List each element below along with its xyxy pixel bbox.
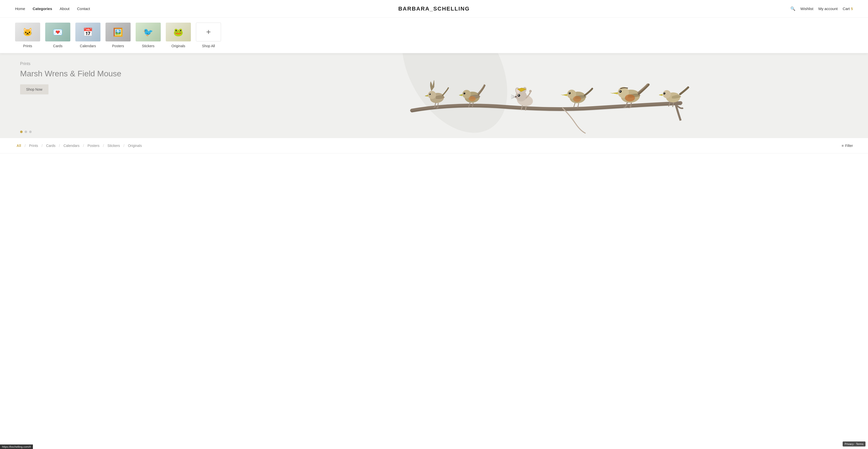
shop-now-button[interactable]: Shop Now [20,84,49,94]
category-item-posters[interactable]: 🖼️ Posters [105,23,131,48]
category-label-shopall: Shop All [202,44,215,48]
filter-separator: / [42,143,43,148]
svg-point-46 [664,93,664,94]
filter-cat-prints[interactable]: Prints [28,143,40,148]
category-thumb-cards: 💌 [45,23,70,41]
category-thumb-shopall: + [196,23,221,41]
filter-separator: / [103,143,104,148]
carousel-dots [20,131,32,133]
filter-separator: / [25,143,26,148]
cart-badge: 5 [850,6,853,11]
filter-icon: ≡ [842,143,844,148]
svg-point-20 [518,95,519,96]
category-thumb-originals: 🐸 [166,23,191,41]
header: HomeCategoriesAboutContact BARBARA_SCHEL… [0,0,868,18]
nav-item-categories[interactable]: Categories [33,6,52,11]
nav-item-account[interactable]: My account [818,6,838,11]
filter-cat-all[interactable]: All [15,143,23,148]
carousel-dot-1[interactable] [20,131,23,133]
category-label-stickers: Stickers [142,44,154,48]
category-label-calendars: Calendars [80,44,96,48]
filter-cat-posters[interactable]: Posters [86,143,101,148]
bird-3 [561,89,592,108]
svg-point-22 [516,96,516,97]
filter-cat-calendars[interactable]: Calendars [62,143,81,148]
nav-left: HomeCategoriesAboutContact [15,6,90,11]
svg-point-40 [625,94,635,101]
category-item-prints[interactable]: 🐱 Prints [15,23,40,48]
nav-item-cart[interactable]: Cart 5 [843,6,853,11]
svg-point-26 [529,90,532,92]
hero-title: Marsh Wrens & Field Mouse [20,69,121,78]
hero-category-label: Prints [20,62,121,66]
filter-label: Filter [845,143,853,148]
svg-line-23 [511,95,515,96]
nav-item-about[interactable]: About [60,6,69,11]
category-item-shopall[interactable]: + Shop All [196,23,221,48]
category-label-originals: Originals [171,44,185,48]
filter-button[interactable]: ≡ Filter [842,143,853,148]
svg-point-10 [464,93,464,93]
filter-cat-stickers[interactable]: Stickers [106,143,122,148]
search-icon[interactable]: 🔍 [790,6,796,11]
nav-item-wishlist[interactable]: Wishlist [800,6,813,11]
category-item-calendars[interactable]: 📅 Calendars [75,23,100,48]
hero-content: Prints Marsh Wrens & Field Mouse Shop No… [0,62,121,94]
categories-dropdown: 🐱 Prints 💌 Cards 📅 Calendars 🖼️ Posters … [0,18,868,53]
category-label-cards: Cards [53,44,62,48]
filter-bar: All/Prints/Cards/Calendars/Posters/Stick… [0,138,868,154]
category-item-stickers[interactable]: 🐦 Stickers [135,23,161,48]
svg-line-34 [574,103,575,107]
svg-point-9 [464,93,465,94]
filter-categories: All/Prints/Cards/Calendars/Posters/Stick… [15,143,144,148]
filter-separator: / [83,143,84,148]
svg-point-11 [469,96,476,101]
carousel-dot-2[interactable] [25,131,27,133]
svg-point-32 [569,93,570,93]
category-label-posters: Posters [112,44,124,48]
nav-item-contact[interactable]: Contact [77,6,90,11]
filter-cat-cards[interactable]: Cards [44,143,57,148]
nav-item-home[interactable]: Home [15,6,25,11]
carousel-dot-3[interactable] [29,131,32,133]
svg-point-4 [430,94,430,94]
category-thumb-calendars: 📅 [75,23,100,41]
category-thumb-posters: 🖼️ [105,23,131,41]
svg-line-25 [511,97,515,99]
filter-separator: / [59,143,60,148]
category-thumb-prints: 🐱 [15,23,40,41]
category-thumb-stickers: 🐦 [135,23,161,41]
category-item-cards[interactable]: 💌 Cards [45,23,70,48]
nav-right: 🔍 WishlistMy accountCart 5 [790,6,853,11]
filter-cat-originals[interactable]: Originals [126,143,143,148]
svg-point-21 [515,96,518,98]
site-logo[interactable]: BARBARA_SCHELLING [398,5,470,12]
category-label-prints: Prints [23,44,32,48]
svg-point-3 [429,93,431,95]
svg-point-2 [428,91,436,99]
svg-point-39 [620,91,621,92]
category-item-originals[interactable]: 🐸 Originals [166,23,191,48]
svg-point-33 [573,96,581,102]
filter-separator: / [124,143,125,148]
